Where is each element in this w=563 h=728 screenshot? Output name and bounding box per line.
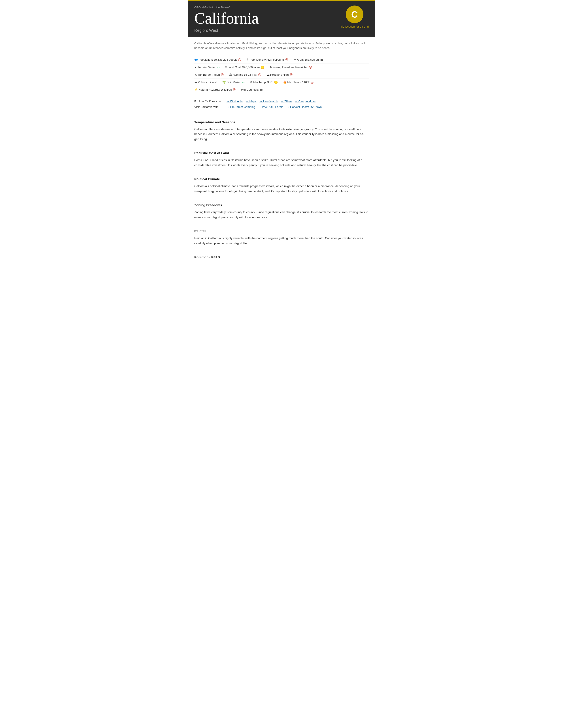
hazards-icon: ⚡ (194, 88, 198, 92)
stats-section: 👥 Population: 39,538,223 people ☹ ⣿ Pop.… (188, 54, 375, 96)
tax-icon: ％ (194, 73, 197, 77)
section-body-2: California's political climate leans tow… (194, 184, 369, 194)
tax-label: Tax Burden: High (198, 73, 220, 77)
soil-sentiment: ☺ (242, 80, 245, 85)
tax-sentiment: ☹ (220, 73, 224, 77)
stat-population: 👥 Population: 39,538,223 people ☹ (194, 58, 241, 62)
stats-row-2: ▲ Terrain: Varied ☺ $ Land Cost: $20,000… (194, 64, 369, 71)
stat-terrain: ▲ Terrain: Varied ☺ (194, 65, 220, 70)
stat-zoning: ⊘ Zoning Freedom: Restricted ☹ (269, 65, 312, 70)
section-body-3: Zoning laws vary widely from county to c… (194, 210, 369, 220)
explore-label: Explore California on: (194, 99, 225, 104)
density-label: Pop. Density: 624 ppl/sq mi (249, 58, 285, 62)
content-section-5: Pollution / PFAS (188, 250, 375, 266)
section-heading-4: Rainfall (194, 229, 369, 234)
max-temp-label: Max Temp: 110°F (287, 80, 310, 84)
section-heading-0: Temperature and Seasons (194, 120, 369, 125)
max-temp-icon: 🔥 (283, 80, 287, 84)
rainfall-icon: 🏛 (229, 73, 232, 77)
hazards-label: Natural Hazards: Wildfires (198, 88, 232, 92)
content-sections: Temperature and SeasonsCalifornia offers… (188, 115, 375, 266)
visit-label: Visit California with: (194, 105, 225, 109)
max-temp-sentiment: ☹ (311, 80, 314, 85)
header-badge-area: C Iffy location for off-grid (341, 6, 369, 29)
stat-land-cost: $ Land Cost: $20,000 /acre 😐 (225, 65, 264, 70)
land-cost-sentiment: 😐 (260, 65, 264, 70)
hazards-sentiment: ☹ (232, 88, 236, 92)
link-campendium[interactable]: → Campendium (295, 99, 316, 104)
stats-row-5: ⚡ Natural Hazards: Wildfires ☹ # of Coun… (194, 86, 369, 94)
stats-row-4: 🏛 Politics: Liberal 🌱 Soil: Varied ☺ ❄ M… (194, 79, 369, 86)
stat-tax: ％ Tax Burden: High ☹ (194, 73, 224, 77)
land-cost-icon: $ (225, 65, 227, 69)
stats-row-3: ％ Tax Burden: High ☹ 🏛 Rainfall: 18-26 i… (194, 71, 369, 79)
area-icon: ✏ (294, 58, 296, 62)
soil-label: Soil: Varied (226, 80, 241, 84)
politics-label: Politics: Liberal (198, 80, 217, 84)
terrain-sentiment: ☺ (217, 65, 220, 70)
section-heading-1: Realistic Cost of Land (194, 151, 369, 156)
link-hipcamp[interactable]: → HipCamp: Camping (226, 105, 255, 109)
rainfall-sentiment: ☹ (258, 73, 261, 77)
population-label: Population: 39,538,223 people (198, 58, 237, 62)
link-maps[interactable]: → Maps (246, 99, 256, 104)
soil-icon: 🌱 (222, 80, 226, 84)
counties-icon: # (241, 88, 242, 92)
link-harvest-hosts[interactable]: → Harvest Hosts: RV Stays (287, 105, 322, 109)
badge-label: Iffy location for off-grid (341, 24, 369, 29)
zoning-icon: ⊘ (269, 65, 272, 69)
stat-soil: 🌱 Soil: Varied ☺ (222, 80, 245, 85)
content-section-2: Political ClimateCalifornia's political … (188, 172, 375, 198)
rainfall-label: Rainfall: 18-26 in/yr (233, 73, 257, 77)
links-section: Explore California on: → Wikipedia → Map… (188, 96, 375, 115)
section-heading-3: Zoning Freedoms (194, 203, 369, 208)
stat-min-temp: ❄ Min Temp: 35°F 😐 (250, 80, 278, 85)
stat-politics: 🏛 Politics: Liberal (194, 80, 217, 84)
min-temp-icon: ❄ (250, 80, 252, 84)
area-label: Area: 163,695 sq. mi (297, 58, 324, 62)
section-heading-5: Pollution / PFAS (194, 255, 369, 260)
stat-max-temp: 🔥 Max Temp: 110°F ☹ (283, 80, 314, 85)
politics-icon: 🏛 (194, 80, 197, 84)
section-heading-2: Political Climate (194, 177, 369, 182)
counties-label: of Counties: 58 (243, 88, 262, 92)
stats-row-1: 👥 Population: 39,538,223 people ☹ ⣿ Pop.… (194, 56, 369, 64)
pollution-sentiment: ☹ (290, 73, 293, 77)
link-zillow[interactable]: → Zillow (280, 99, 292, 104)
explore-links-row: Explore California on: → Wikipedia → Map… (194, 99, 369, 104)
page-header: Off-Grid Guide for the State of: Califor… (188, 0, 375, 37)
link-wwoof[interactable]: → WWOOF: Farms (258, 105, 283, 109)
stat-hazards: ⚡ Natural Hazards: Wildfires ☹ (194, 88, 236, 92)
pollution-label: Pollution: High (270, 73, 289, 77)
section-body-1: Post-COVID, land prices in California ha… (194, 158, 369, 168)
content-section-3: Zoning FreedomsZoning laws vary widely f… (188, 198, 375, 224)
land-cost-label: Land Cost: $20,000 /acre (227, 65, 260, 69)
zoning-sentiment: ☹ (309, 65, 312, 70)
visit-links-row: Visit California with: → HipCamp: Campin… (194, 105, 369, 109)
content-section-0: Temperature and SeasonsCalifornia offers… (188, 115, 375, 146)
terrain-icon: ▲ (194, 65, 197, 69)
stat-area: ✏ Area: 163,695 sq. mi (294, 58, 324, 62)
state-badge-circle: C (346, 6, 364, 23)
description-section: California offers diverse climates for o… (188, 37, 375, 54)
stat-density: ⣿ Pop. Density: 624 ppl/sq mi ☹ (246, 58, 289, 62)
population-icon: 👥 (194, 58, 198, 62)
link-wikipedia[interactable]: → Wikipedia (226, 99, 242, 104)
density-icon: ⣿ (246, 58, 249, 62)
stat-rainfall: 🏛 Rainfall: 18-26 in/yr ☹ (229, 73, 261, 77)
zoning-label: Zoning Freedom: Restricted (273, 65, 308, 69)
min-temp-label: Min Temp: 35°F (253, 80, 273, 84)
section-body-0: California offers a wide range of temper… (194, 127, 369, 142)
description-text: California offers diverse climates for o… (194, 41, 369, 51)
stat-counties: # of Counties: 58 (241, 88, 263, 92)
pollution-icon: ☁ (267, 73, 269, 77)
link-landwatch[interactable]: → LandWatch (259, 99, 277, 104)
min-temp-sentiment: 😐 (274, 80, 278, 85)
density-sentiment: ☹ (285, 58, 289, 62)
population-sentiment: ☹ (238, 58, 241, 62)
stat-pollution: ☁ Pollution: High ☹ (267, 73, 293, 77)
section-body-4: Rainfall in California is highly variabl… (194, 236, 369, 246)
terrain-label: Terrain: Varied (198, 65, 216, 69)
content-section-1: Realistic Cost of LandPost-COVID, land p… (188, 146, 375, 172)
badge-letter: C (351, 8, 358, 21)
